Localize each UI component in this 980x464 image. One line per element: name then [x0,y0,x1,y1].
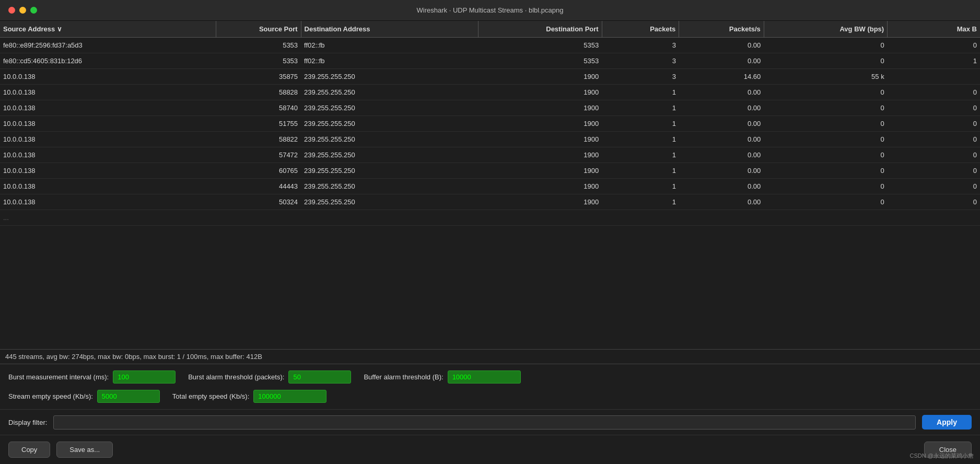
table-cell: 239.255.255.250 [301,69,479,85]
table-cell: 3 [602,69,679,85]
table-cell: 0 [888,38,980,53]
table-cell: 0 [764,163,887,179]
table-row[interactable]: 10.0.0.13860765239.255.255.250190010.000… [0,163,980,179]
main-content: Source Address ∨ Source Port Destination… [0,21,980,464]
burst-alarm-input[interactable] [288,370,351,384]
table-cell: 1900 [479,179,602,194]
minimize-window-button[interactable] [19,7,26,14]
table-cell: 57472 [216,147,301,163]
table-cell: 0.00 [679,38,764,53]
table-cell: 239.255.255.250 [301,163,479,179]
col-header-packets-s[interactable]: Packets/s [679,21,764,38]
table-row[interactable]: 10.0.0.13851755239.255.255.250190010.000… [0,116,980,132]
table-cell: 5353 [216,38,301,53]
col-header-avg-bw[interactable]: Avg BW (bps) [764,21,887,38]
table-cell: 1 [602,85,679,100]
controls-row-2: Stream empty speed (Kb/s): Total empty s… [8,390,972,403]
burst-interval-group: Burst measurement interval (ms): [8,370,176,384]
burst-interval-input[interactable] [113,370,176,384]
status-text: 445 streams, avg bw: 274bps, max bw: 0bp… [5,353,262,361]
table-cell: 0.00 [679,147,764,163]
total-empty-label: Total empty speed (Kb/s): [172,392,249,400]
table-cell: 10.0.0.138 [0,147,216,163]
table-cell: 10.0.0.138 [0,69,216,85]
table-cell: 58828 [216,85,301,100]
controls-row-1: Burst measurement interval (ms): Burst a… [8,370,972,384]
stream-empty-input[interactable] [97,390,160,403]
table-cell: 58822 [216,132,301,147]
table-cell: 10.0.0.138 [0,163,216,179]
burst-alarm-label: Burst alarm threshold (packets): [188,373,284,381]
stream-empty-label: Stream empty speed (Kb/s): [8,392,93,400]
bottom-row: Copy Save as... Close [0,435,980,464]
table-cell: 0.00 [679,53,764,69]
status-bar: 445 streams, avg bw: 274bps, max bw: 0bp… [0,350,980,364]
table-row[interactable]: 10.0.0.13858828239.255.255.250190010.000… [0,85,980,100]
table-cell: 0 [888,85,980,100]
table-cell: 0 [888,194,980,210]
table-row[interactable]: fe80::cd5:4605:831b:12d65353ff02::fb5353… [0,53,980,69]
table-row[interactable]: 10.0.0.13850324239.255.255.250190010.000… [0,194,980,210]
copy-button[interactable]: Copy [8,442,50,458]
buffer-alarm-input[interactable] [448,370,521,384]
table-row[interactable]: 10.0.0.13858740239.255.255.250190010.000… [0,100,980,116]
table-cell: 0.00 [679,100,764,116]
col-header-source-port[interactable]: Source Port [216,21,301,38]
table-cell: 5353 [479,53,602,69]
col-header-packets[interactable]: Packets [602,21,679,38]
table-cell: 0.00 [679,116,764,132]
table-cell: 0 [764,179,887,194]
table-row[interactable]: 10.0.0.13857472239.255.255.250190010.000… [0,147,980,163]
table-cell: fe80::cd5:4605:831b:12d6 [0,53,216,69]
table-cell: 0 [888,163,980,179]
table-cell: 1 [602,147,679,163]
table-cell: 1900 [479,69,602,85]
table-row[interactable]: fe80::e89f:2596:fd37:a5d35353ff02::fb535… [0,38,980,53]
controls-section: Burst measurement interval (ms): Burst a… [0,364,980,410]
table-cell: 1900 [479,132,602,147]
table-cell: 1 [602,100,679,116]
table-cell: 35875 [216,69,301,85]
table-cell: 0.00 [679,194,764,210]
col-header-source-address[interactable]: Source Address ∨ [0,21,216,38]
filter-label: Display filter: [8,419,47,426]
col-header-destination-address[interactable]: Destination Address [301,21,479,38]
table-cell: 1900 [479,100,602,116]
table-row[interactable]: 10.0.0.13835875239.255.255.2501900314.60… [0,69,980,85]
table-cell: 0 [888,179,980,194]
table-row[interactable]: 10.0.0.13858822239.255.255.250190010.000… [0,132,980,147]
table-cell: 239.255.255.250 [301,179,479,194]
save-as-button[interactable]: Save as... [56,442,113,458]
table-cell: 0 [764,147,887,163]
table-cell: 55 k [764,69,887,85]
table-cell: 51755 [216,116,301,132]
table-cell: 0 [764,38,887,53]
window-controls [8,7,37,14]
table-cell: 1 [602,163,679,179]
close-window-button[interactable] [8,7,15,14]
table-cell: 5353 [216,53,301,69]
table-cell: 0 [888,100,980,116]
display-filter-input[interactable] [53,415,916,430]
table-cell: 1900 [479,85,602,100]
buffer-alarm-group: Buffer alarm threshold (B): [364,370,520,384]
table-cell: 0 [764,85,887,100]
table-cell: 50324 [216,194,301,210]
col-header-max-b[interactable]: Max B [888,21,980,38]
table-row[interactable]: 10.0.0.13844443239.255.255.250190010.000… [0,179,980,194]
table-cell: 1900 [479,116,602,132]
streams-table-container[interactable]: Source Address ∨ Source Port Destination… [0,21,980,350]
table-cell: fe80::e89f:2596:fd37:a5d3 [0,38,216,53]
table-cell: 0 [764,100,887,116]
maximize-window-button[interactable] [30,7,37,14]
table-cell: 239.255.255.250 [301,147,479,163]
table-cell: 0 [888,132,980,147]
table-cell: 44443 [216,179,301,194]
table-cell: 0.00 [679,163,764,179]
stream-empty-group: Stream empty speed (Kb/s): [8,390,160,403]
total-empty-input[interactable] [253,390,326,403]
watermark-text: CSDN @永远的菜鸡小詹 [910,452,974,460]
table-cell: 10.0.0.138 [0,85,216,100]
apply-button[interactable]: Apply [922,415,972,430]
col-header-destination-port[interactable]: Destination Port [479,21,602,38]
